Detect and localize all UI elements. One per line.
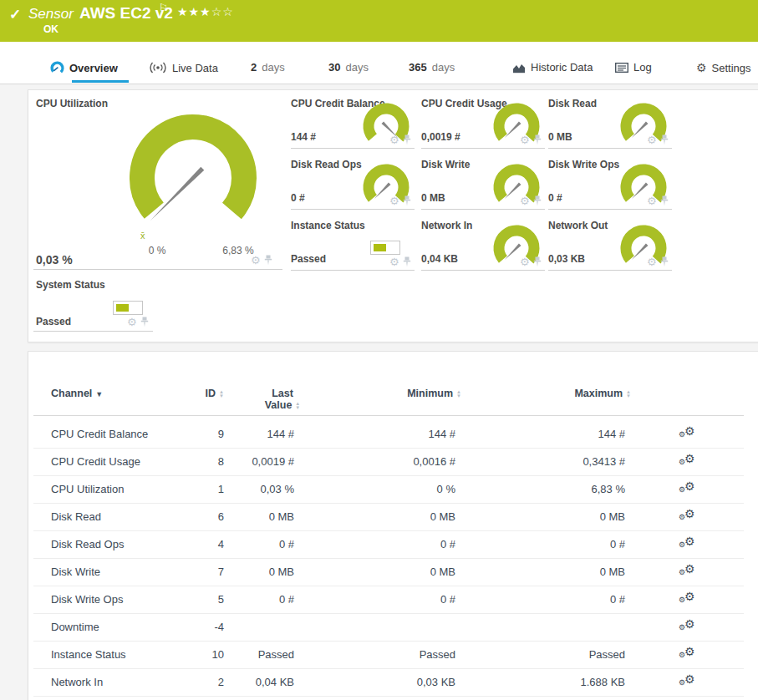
tab-2-days[interactable]: 2 days bbox=[251, 61, 285, 74]
tile-value: 0,0019 # bbox=[421, 131, 460, 143]
sort-icon: ▲▼ bbox=[456, 390, 461, 398]
active-tab-underline bbox=[72, 80, 129, 83]
gauge-min-label: 0 % bbox=[140, 245, 174, 256]
column-label: Value bbox=[265, 399, 293, 411]
channel-settings-icon[interactable]: ⚙⚙ bbox=[679, 591, 697, 606]
last-value: 0,04 KB bbox=[217, 676, 294, 688]
sort-icon: ▲▼ bbox=[219, 390, 224, 398]
gear-icon[interactable]: ⚙ bbox=[647, 196, 657, 206]
tile-network-in: Network In 0,04 KB ⚙ bbox=[421, 216, 545, 277]
channel-settings-icon[interactable]: ⚙⚙ bbox=[679, 509, 697, 524]
tab-settings[interactable]: ⚙ Settings bbox=[696, 61, 751, 74]
sort-icon: ▲▼ bbox=[295, 402, 300, 410]
gear-icon[interactable]: ⚙ bbox=[389, 257, 399, 267]
pin-icon[interactable] bbox=[140, 317, 149, 327]
divider bbox=[33, 586, 744, 586]
divider bbox=[548, 209, 672, 210]
column-label: Maximum bbox=[574, 388, 623, 399]
column-header-maximum[interactable]: Maximum▲▼ bbox=[535, 388, 631, 399]
channel-id: 10 bbox=[150, 648, 224, 661]
pin-icon[interactable] bbox=[533, 195, 542, 206]
tile-title: Disk Read Ops bbox=[291, 159, 362, 170]
flag-icon[interactable]: ⚐ bbox=[159, 2, 168, 13]
gear-icon[interactable]: ⚙ bbox=[389, 135, 399, 145]
tile-value: 0,03 KB bbox=[548, 253, 585, 265]
column-header-last-value[interactable]: Last Value▲▼ bbox=[245, 388, 320, 411]
stars-filled: ★★★ bbox=[177, 5, 211, 18]
tab-historic-data[interactable]: Historic Data bbox=[512, 61, 593, 74]
gear-icon[interactable]: ⚙ bbox=[127, 317, 137, 327]
pin-icon[interactable] bbox=[660, 134, 669, 145]
column-header-minimum[interactable]: Minimum▲▼ bbox=[364, 388, 461, 399]
channel-settings-icon[interactable]: ⚙⚙ bbox=[679, 619, 697, 634]
tab-30-days[interactable]: 30 days bbox=[328, 61, 369, 74]
tab-2-days-label: days bbox=[262, 61, 284, 74]
channel-settings-icon[interactable]: ⚙⚙ bbox=[679, 647, 697, 662]
channel-name[interactable]: Disk Write bbox=[51, 566, 100, 578]
gear-icon[interactable]: ⚙ bbox=[647, 135, 657, 145]
channel-settings-icon[interactable]: ⚙⚙ bbox=[679, 426, 697, 441]
channel-name[interactable]: Downtime bbox=[51, 621, 99, 633]
priority-stars[interactable]: ★★★☆☆ bbox=[177, 5, 234, 18]
channel-id: 1 bbox=[150, 483, 224, 495]
tab-overview[interactable]: Overview bbox=[50, 61, 118, 75]
divider bbox=[291, 270, 415, 271]
column-label: ID bbox=[206, 388, 216, 399]
column-label: Minimum bbox=[407, 388, 453, 399]
channel-name[interactable]: CPU Credit Usage bbox=[51, 455, 140, 468]
minimum-value: 0 # bbox=[351, 538, 455, 550]
pin-icon[interactable] bbox=[660, 256, 669, 267]
gear-icon[interactable]: ⚙ bbox=[647, 257, 657, 267]
gear-icon[interactable]: ⚙ bbox=[520, 196, 530, 206]
tile-value: 0 # bbox=[291, 192, 305, 204]
tab-settings-label: Settings bbox=[712, 62, 751, 74]
gear-icon[interactable]: ⚙ bbox=[389, 196, 399, 206]
column-header-id[interactable]: ID▲▼ bbox=[152, 388, 224, 399]
pin-icon[interactable] bbox=[660, 195, 669, 206]
channel-settings-icon[interactable]: ⚙⚙ bbox=[679, 564, 697, 579]
maximum-value: 0 # bbox=[518, 593, 625, 606]
pin-icon[interactable] bbox=[533, 256, 542, 267]
tile-value: Passed bbox=[291, 253, 326, 265]
divider bbox=[33, 503, 744, 504]
gear-icon[interactable]: ⚙ bbox=[520, 257, 530, 267]
column-header-channel[interactable]: Channel▼ bbox=[51, 388, 103, 399]
column-label: Channel bbox=[51, 388, 92, 399]
channel-name[interactable]: Disk Read bbox=[51, 510, 101, 523]
pin-icon[interactable] bbox=[264, 255, 272, 266]
gear-icon[interactable]: ⚙ bbox=[251, 256, 261, 266]
tab-live-data[interactable]: Live Data bbox=[149, 61, 218, 74]
channel-name[interactable]: Network In bbox=[51, 676, 103, 688]
last-value: 0 MB bbox=[217, 566, 294, 578]
divider bbox=[33, 475, 744, 476]
tab-historic-data-label: Historic Data bbox=[531, 61, 593, 74]
gear-icon[interactable]: ⚙ bbox=[520, 135, 530, 145]
channel-id: 2 bbox=[150, 676, 224, 688]
channel-settings-icon[interactable]: ⚙⚙ bbox=[679, 454, 697, 469]
pin-icon[interactable] bbox=[533, 134, 542, 145]
maximum-value: 144 # bbox=[518, 428, 625, 440]
pin-icon[interactable] bbox=[403, 134, 411, 145]
channel-settings-icon[interactable]: ⚙⚙ bbox=[679, 674, 697, 689]
system-status-indicator bbox=[113, 301, 143, 315]
pin-icon[interactable] bbox=[403, 256, 411, 267]
divider bbox=[33, 558, 744, 559]
channel-name[interactable]: Instance Status bbox=[51, 648, 126, 661]
system-status-title: System Status bbox=[36, 279, 105, 291]
last-value: Passed bbox=[217, 648, 294, 661]
tab-365-days[interactable]: 365 days bbox=[409, 61, 455, 74]
channel-settings-icon[interactable]: ⚙⚙ bbox=[679, 481, 697, 496]
divider bbox=[548, 148, 672, 149]
tab-log-label: Log bbox=[633, 61, 652, 74]
channel-name[interactable]: Disk Read Ops bbox=[51, 538, 124, 550]
pin-icon[interactable] bbox=[403, 195, 411, 206]
channel-name[interactable]: CPU Credit Balance bbox=[51, 428, 148, 440]
channel-settings-icon[interactable]: ⚙⚙ bbox=[679, 536, 697, 551]
channel-id: 8 bbox=[150, 455, 224, 468]
channel-name[interactable]: CPU Utilization bbox=[51, 483, 124, 495]
last-value: 144 # bbox=[217, 428, 294, 440]
sensor-header: ✓ Sensor AWS EC2 v2 ⚐ ★★★☆☆ OK bbox=[0, 0, 758, 42]
tab-log[interactable]: Log bbox=[615, 61, 652, 74]
tile-actions: ⚙ bbox=[127, 317, 149, 327]
channel-name[interactable]: Disk Write Ops bbox=[51, 593, 123, 606]
